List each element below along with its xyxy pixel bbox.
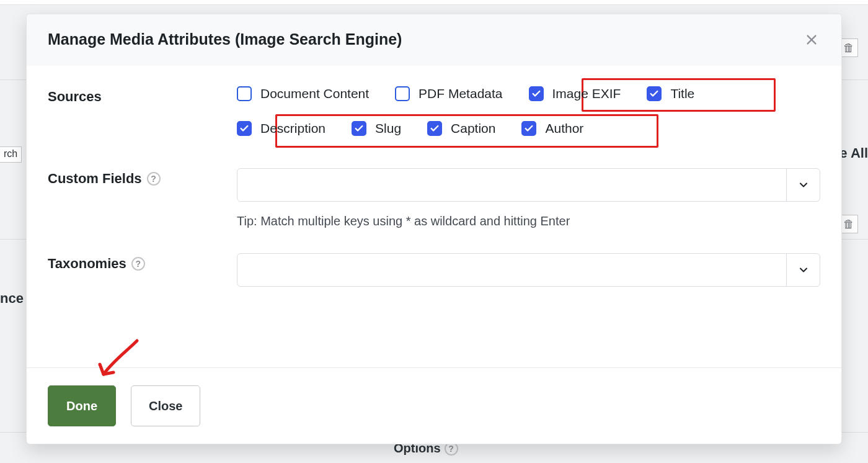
checkbox-title[interactable]: Title (647, 86, 694, 101)
checkbox-pdf-metadata[interactable]: PDF Metadata (395, 86, 502, 101)
checkbox-icon (427, 121, 442, 136)
modal-footer: Done Close (27, 367, 841, 444)
checkbox-label: Author (545, 121, 583, 136)
checkbox-icon (237, 121, 252, 136)
manage-media-attributes-modal: Manage Media Attributes (Image Search En… (26, 14, 842, 444)
custom-fields-tip: Tip: Match multiple keys using * as wild… (237, 214, 820, 228)
trash-icon: 🗑 (839, 38, 858, 57)
checkbox-label: Slug (375, 121, 401, 136)
help-icon[interactable]: ? (147, 172, 161, 186)
trash-icon: 🗑 (839, 215, 858, 233)
checkbox-image-exif[interactable]: Image EXIF (529, 86, 621, 101)
custom-fields-label: Custom Fields ? (48, 168, 237, 187)
close-icon[interactable] (803, 31, 820, 48)
chevron-down-icon[interactable] (786, 169, 820, 201)
modal-header: Manage Media Attributes (Image Search En… (27, 14, 841, 66)
checkbox-icon (529, 86, 544, 101)
checkbox-caption[interactable]: Caption (427, 121, 495, 136)
modal-title: Manage Media Attributes (Image Search En… (48, 30, 402, 48)
checkbox-slug[interactable]: Slug (352, 121, 401, 136)
checkbox-author[interactable]: Author (521, 121, 583, 136)
custom-fields-select[interactable] (237, 168, 820, 202)
bg-search-fragment: rch (0, 146, 22, 163)
taxonomies-label: Taxonomies ? (48, 253, 237, 272)
checkbox-label: Document Content (260, 86, 369, 101)
help-icon[interactable]: ? (131, 257, 145, 271)
checkbox-label: PDF Metadata (418, 86, 502, 101)
checkbox-icon (352, 121, 366, 136)
done-button[interactable]: Done (48, 385, 116, 426)
sources-label: Sources (48, 86, 237, 105)
checkbox-icon (395, 86, 410, 101)
taxonomies-select[interactable] (237, 253, 820, 287)
checkbox-label: Title (670, 86, 694, 101)
checkbox-icon (647, 86, 662, 101)
modal-body: Sources Document Content PDF Metadata (27, 66, 841, 367)
checkbox-label: Image EXIF (552, 86, 621, 101)
bg-right-fragment: e All (839, 145, 868, 161)
checkbox-document-content[interactable]: Document Content (237, 86, 369, 101)
close-button[interactable]: Close (131, 385, 200, 426)
checkbox-label: Description (260, 121, 326, 136)
chevron-down-icon[interactable] (786, 254, 820, 286)
checkbox-label: Caption (451, 121, 495, 136)
bg-left-fragment: nce (0, 290, 24, 307)
bg-top-bar (0, 0, 868, 5)
checkbox-icon (237, 86, 252, 101)
checkbox-icon (521, 121, 536, 136)
checkbox-description[interactable]: Description (237, 121, 326, 136)
